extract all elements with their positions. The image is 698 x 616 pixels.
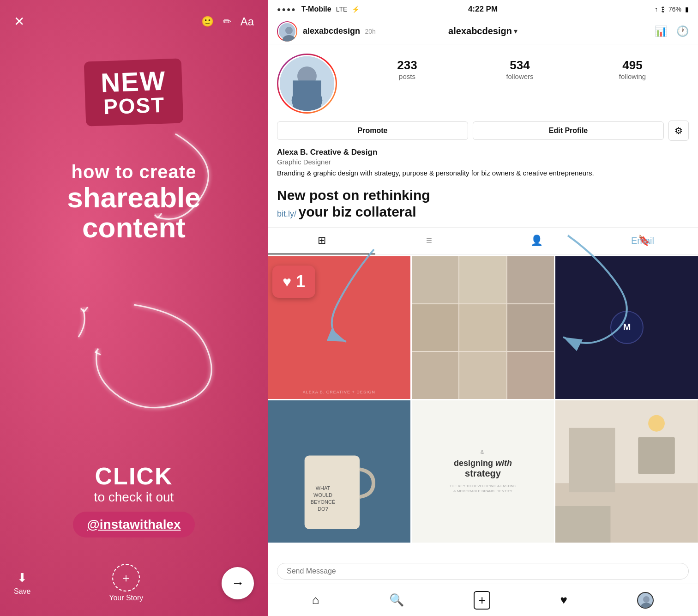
bio-name: Alexa B. Creative & Design bbox=[277, 148, 689, 157]
nav-time-ago: 20h bbox=[365, 28, 376, 35]
dropdown-icon[interactable]: ▾ bbox=[514, 27, 517, 36]
svg-rect-5 bbox=[293, 80, 321, 111]
post-thumbnail-6 bbox=[555, 400, 698, 543]
send-story-button[interactable]: → bbox=[222, 567, 254, 599]
followers-count: 534 bbox=[463, 58, 576, 72]
nav-username[interactable]: alexabcdesign bbox=[303, 26, 360, 36]
caption-second-line: bit.ly/ your biz collateral bbox=[277, 204, 689, 220]
svg-point-19 bbox=[648, 415, 665, 432]
your-story-button[interactable]: ＋ Your Story bbox=[109, 564, 143, 602]
story-avatar-small[interactable] bbox=[277, 21, 297, 42]
story-panel: ✕ 🙂 ✏ Aa NEW POST how to create shareabl… bbox=[0, 0, 268, 616]
clock-icon[interactable]: 🕐 bbox=[676, 25, 689, 37]
network-label: LTE bbox=[336, 6, 348, 13]
save-icon: ⬇ bbox=[17, 571, 27, 585]
profile-header: 233 posts 534 followers 495 following bbox=[268, 44, 698, 121]
post-thumbnail-3: M bbox=[555, 256, 698, 399]
bluetooth-icon: ₿ bbox=[662, 6, 665, 13]
send-message-input[interactable] bbox=[277, 563, 689, 580]
draw-icon[interactable]: ✏ bbox=[223, 16, 231, 28]
table-row[interactable] bbox=[412, 256, 554, 399]
ig-nav-left: alexabcdesign 20h bbox=[277, 21, 376, 42]
profile-avatar bbox=[277, 54, 337, 114]
svg-point-22 bbox=[641, 603, 652, 609]
add-post-button[interactable]: + bbox=[474, 591, 490, 610]
sticker-icon[interactable]: 🙂 bbox=[201, 16, 214, 28]
table-row[interactable]: & designing with strategy THE KEY TO DEV… bbox=[412, 400, 554, 543]
edit-profile-button[interactable]: Edit Profile bbox=[473, 121, 664, 140]
search-nav-icon: 🔍 bbox=[389, 593, 404, 607]
send-message-bar bbox=[268, 558, 698, 584]
location-icon: ↑ bbox=[655, 6, 658, 13]
close-button[interactable]: ✕ bbox=[14, 14, 24, 29]
heart-nav-icon: ♥ bbox=[560, 593, 567, 607]
profile-bio: Alexa B. Creative & Design Graphic Desig… bbox=[268, 148, 698, 182]
posts-label: posts bbox=[399, 72, 415, 80]
post-thumbnail-2 bbox=[412, 256, 554, 399]
svg-text:BEYONCÉ: BEYONCÉ bbox=[311, 499, 336, 505]
tab-list[interactable]: ≡ bbox=[375, 228, 483, 254]
profile-avatar-container[interactable] bbox=[277, 54, 337, 114]
username-badge[interactable]: @instawithalex bbox=[73, 512, 194, 537]
table-row[interactable]: WHAT WOULD BEYONCÉ DO? bbox=[268, 400, 410, 543]
likes-nav-button[interactable]: ♥ bbox=[560, 593, 567, 607]
status-left: ●●●● T-Mobile LTE ⚡ bbox=[277, 5, 360, 13]
profile-username-center: alexabcdesign ▾ bbox=[448, 26, 517, 36]
svg-point-0 bbox=[285, 27, 293, 34]
bio-description: Branding & graphic design with strategy,… bbox=[277, 168, 689, 178]
subtitle-shareable-text: shareable bbox=[18, 182, 249, 212]
promote-button[interactable]: Promote bbox=[277, 121, 468, 140]
center-username[interactable]: alexabcdesign bbox=[448, 26, 512, 36]
svg-text:DO?: DO? bbox=[318, 506, 328, 512]
status-right: ↑ ₿ 76% ▮ bbox=[655, 6, 689, 13]
settings-button[interactable]: ⚙ bbox=[668, 121, 689, 141]
svg-point-1 bbox=[283, 35, 295, 42]
story-header: ✕ 🙂 ✏ Aa bbox=[0, 0, 268, 34]
tag-tab-icon: 👤 bbox=[530, 235, 543, 247]
post-thumbnail-5: & designing with strategy THE KEY TO DEV… bbox=[412, 400, 554, 543]
table-row[interactable] bbox=[555, 400, 698, 543]
caption-link-text[interactable]: bit.ly/ bbox=[277, 209, 296, 218]
signal-strength: ⚡ bbox=[352, 6, 360, 13]
story-tools: 🙂 ✏ Aa bbox=[201, 15, 254, 28]
followers-stat[interactable]: 534 followers bbox=[463, 58, 576, 81]
search-nav-button[interactable]: 🔍 bbox=[389, 593, 404, 607]
following-stat[interactable]: 495 following bbox=[576, 58, 689, 81]
story-bottom-controls: ⬇ Save ＋ Your Story → bbox=[0, 555, 268, 616]
ig-nav-bar: alexabcdesign 20h alexabcdesign ▾ 📊 🕐 bbox=[268, 18, 698, 44]
nav-user-info: alexabcdesign 20h bbox=[303, 26, 376, 36]
badge-background: NEW POST bbox=[84, 58, 184, 126]
profile-stats: 233 posts 534 followers 495 following bbox=[351, 58, 689, 81]
table-row[interactable]: M bbox=[555, 256, 698, 399]
caption-heading-text: New post on rethinking bbox=[277, 187, 430, 203]
your-story-label: Your Story bbox=[109, 594, 143, 602]
badge-new-text: NEW bbox=[101, 67, 167, 97]
analytics-icon[interactable]: 📊 bbox=[655, 25, 667, 37]
signal-icon: ●●●● bbox=[277, 6, 296, 13]
bookmark-tab-icon: 🔖 bbox=[638, 235, 650, 247]
following-label: following bbox=[619, 72, 646, 80]
svg-rect-18 bbox=[638, 437, 675, 474]
tab-saved[interactable]: 🔖 bbox=[590, 228, 698, 254]
like-heart-icon: ♥ bbox=[283, 273, 291, 290]
ig-bottom-nav: ⌂ 🔍 + ♥ bbox=[268, 584, 698, 616]
tab-tagged[interactable]: 👤 bbox=[483, 228, 590, 254]
save-button[interactable]: ⬇ Save bbox=[14, 571, 30, 596]
home-nav-button[interactable]: ⌂ bbox=[312, 593, 319, 607]
posts-stat[interactable]: 233 posts bbox=[351, 58, 463, 81]
post-thumbnail-4: WHAT WOULD BEYONCÉ DO? bbox=[268, 400, 410, 543]
badge-post-text: POST bbox=[102, 94, 168, 118]
save-label: Save bbox=[14, 587, 30, 596]
caption-heading: New post on rethinking bbox=[277, 187, 689, 204]
profile-nav-button[interactable] bbox=[637, 592, 654, 609]
svg-text:WHAT: WHAT bbox=[316, 485, 331, 491]
svg-rect-20 bbox=[555, 506, 610, 543]
tab-grid[interactable]: ⊞ bbox=[268, 228, 375, 254]
grid-tab-icon: ⊞ bbox=[318, 235, 326, 247]
text-tool-icon[interactable]: Aa bbox=[241, 15, 254, 28]
table-row[interactable]: ♥ 1 ALEXA B. CREATIVE + DESIGN bbox=[268, 256, 410, 399]
posts-grid: ♥ 1 ALEXA B. CREATIVE + DESIGN bbox=[268, 255, 698, 543]
add-story-circle: ＋ bbox=[112, 564, 140, 592]
posts-count: 233 bbox=[351, 58, 463, 72]
battery-label: 76% bbox=[668, 6, 681, 13]
